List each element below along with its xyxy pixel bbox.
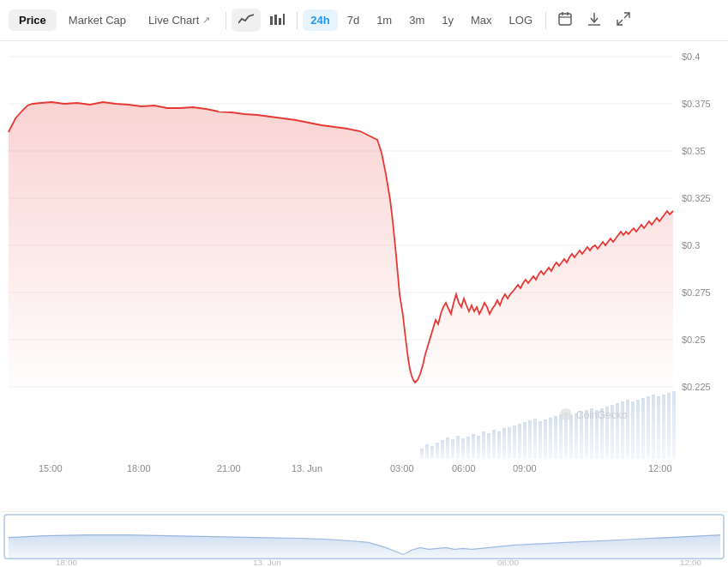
tab-market-cap[interactable]: Market Cap [58,9,136,31]
svg-rect-28 [461,438,465,459]
time-btn-3m[interactable]: 3m [401,9,432,31]
svg-rect-32 [482,431,485,459]
svg-rect-62 [636,400,640,459]
time-btn-log[interactable]: LOG [502,9,540,31]
svg-rect-34 [492,430,496,459]
main-chart: $0.4 $0.375 $0.35 $0.325 $0.3 $0.275 $0.… [0,41,728,496]
svg-text:13. Jun: 13. Jun [292,463,322,474]
svg-rect-61 [631,401,635,459]
svg-rect-69 [672,391,676,459]
divider3 [545,12,546,29]
svg-text:$0.25: $0.25 [682,335,706,345]
svg-rect-66 [657,396,660,459]
svg-rect-47 [559,414,563,459]
divider2 [297,12,298,29]
svg-text:06:00: 06:00 [452,463,476,474]
svg-text:$0.3: $0.3 [682,240,700,250]
svg-text:$0.275: $0.275 [682,287,711,298]
svg-rect-27 [456,436,460,459]
svg-rect-30 [472,434,475,459]
svg-point-86 [560,408,572,420]
svg-rect-23 [436,443,439,459]
svg-text:15:00: 15:00 [39,463,63,474]
tab-live-chart[interactable]: Live Chart ↗ [138,9,220,31]
svg-text:18:00: 18:00 [127,463,151,474]
svg-rect-42 [533,419,537,459]
line-chart-btn[interactable] [232,9,261,32]
svg-rect-26 [451,439,454,459]
svg-rect-40 [523,422,526,459]
svg-rect-0 [270,16,273,25]
svg-rect-29 [466,437,470,459]
price-chart-svg: $0.4 $0.375 $0.35 $0.325 $0.3 $0.275 $0.… [0,41,728,496]
divider [226,12,226,29]
time-btn-max[interactable]: Max [463,9,500,31]
svg-rect-46 [554,416,557,459]
svg-rect-68 [667,393,671,459]
svg-rect-45 [549,418,552,459]
svg-text:$0.4: $0.4 [682,51,700,62]
svg-text:CoinGecko: CoinGecko [576,409,628,421]
svg-line-11 [617,20,623,25]
svg-rect-35 [497,431,501,459]
svg-rect-64 [647,396,650,459]
svg-rect-65 [652,395,655,459]
svg-rect-25 [446,437,449,459]
tab-bar: Price Market Cap Live Chart ↗ 24h 7d 1m … [0,0,728,41]
svg-rect-38 [513,425,516,459]
time-btn-24h[interactable]: 24h [303,9,337,31]
download-btn[interactable] [581,8,608,33]
svg-rect-3 [283,14,285,25]
svg-rect-1 [274,15,277,25]
svg-rect-44 [544,419,547,459]
mini-chart: 18:00 13. Jun 06:00 12:00 [0,511,728,567]
svg-text:$0.35: $0.35 [682,146,706,156]
svg-rect-33 [487,433,490,459]
svg-rect-67 [662,395,665,459]
svg-rect-21 [425,444,429,459]
time-btn-1y[interactable]: 1y [434,9,461,31]
svg-rect-37 [508,427,511,459]
svg-text:09:00: 09:00 [513,463,537,474]
svg-rect-63 [641,398,645,459]
calendar-btn[interactable] [551,8,579,33]
svg-text:$0.325: $0.325 [682,193,711,203]
svg-line-10 [624,13,629,18]
svg-text:$0.225: $0.225 [682,382,711,392]
tab-price[interactable]: Price [9,9,57,31]
svg-rect-31 [477,436,480,459]
svg-text:12:00: 12:00 [648,463,672,474]
svg-rect-4 [559,14,571,25]
svg-rect-24 [441,440,444,459]
svg-text:03:00: 03:00 [390,463,414,474]
expand-btn[interactable] [610,8,637,33]
svg-rect-39 [518,424,521,459]
time-btn-7d[interactable]: 7d [340,9,367,31]
mini-chart-svg: 18:00 13. Jun 06:00 12:00 [0,512,728,567]
bar-chart-btn[interactable] [262,9,292,32]
svg-text:$0.375: $0.375 [682,99,711,109]
svg-rect-20 [420,449,424,459]
svg-rect-49 [569,415,573,459]
svg-rect-43 [538,421,542,459]
svg-rect-22 [430,446,434,459]
external-link-icon: ↗ [202,15,210,26]
time-btn-1m[interactable]: 1m [369,9,400,31]
svg-rect-41 [528,420,532,459]
svg-text:21:00: 21:00 [217,463,241,474]
svg-rect-2 [279,18,281,25]
svg-rect-36 [502,428,506,459]
